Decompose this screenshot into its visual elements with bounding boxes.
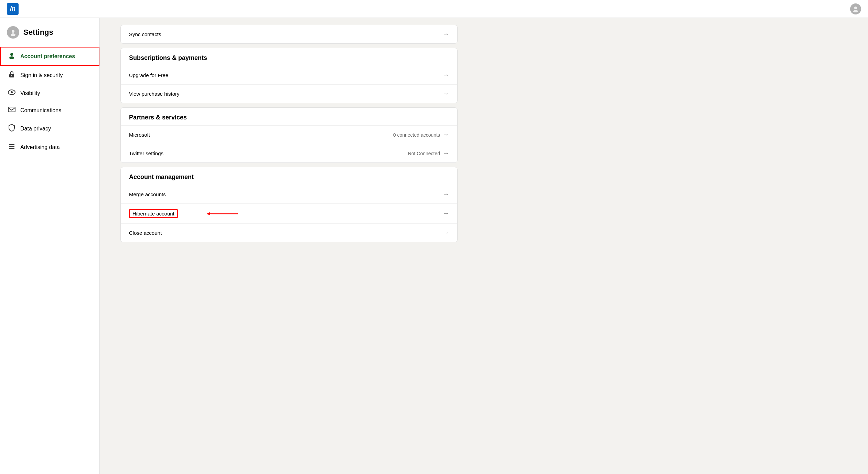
svg-rect-13: [9, 148, 14, 149]
partners-services-header: Partners & services: [121, 108, 457, 126]
sidebar-item-label: Advertising data: [20, 144, 60, 150]
merge-accounts-item[interactable]: Merge accounts →: [121, 185, 457, 204]
sidebar-item-advertising-data[interactable]: Advertising data: [0, 138, 99, 156]
microsoft-item[interactable]: Microsoft 0 connected accounts →: [121, 126, 457, 144]
microsoft-right: 0 connected accounts →: [393, 131, 449, 138]
svg-point-4: [10, 53, 13, 56]
hibernate-account-label: Hibernate account: [129, 209, 178, 218]
hibernate-box: Hibernate account: [129, 209, 178, 218]
twitter-settings-item[interactable]: Twitter settings Not Connected →: [121, 144, 457, 162]
twitter-arrow: →: [443, 150, 449, 157]
settings-header: Settings: [0, 26, 99, 47]
settings-title: Settings: [23, 28, 53, 37]
svg-rect-10: [8, 107, 15, 112]
list-icon: [8, 143, 15, 151]
microsoft-value: 0 connected accounts: [393, 132, 440, 138]
page-layout: Settings Account preferences: [0, 0, 868, 474]
lock-icon: [8, 71, 15, 80]
subscriptions-payments-card: Subscriptions & payments Upgrade for Fre…: [120, 48, 458, 103]
close-account-label: Close account: [129, 230, 162, 236]
upgrade-free-arrow: →: [443, 72, 449, 79]
account-management-header: Account management: [121, 167, 457, 185]
topnav: in: [0, 0, 868, 18]
sidebar-item-visibility[interactable]: Visibility: [0, 85, 99, 102]
sidebar-item-label: Sign in & security: [20, 72, 63, 78]
sidebar-item-label: Data privacy: [20, 126, 51, 132]
sidebar-item-label: Communications: [20, 107, 61, 114]
upgrade-free-label: Upgrade for Free: [129, 72, 168, 78]
svg-point-7: [11, 75, 12, 76]
linkedin-logo[interactable]: in: [7, 3, 19, 15]
sync-contacts-arrow: →: [443, 31, 449, 38]
hibernate-annotation-arrow: [200, 209, 241, 219]
sync-contacts-label: Sync contacts: [129, 31, 161, 37]
svg-point-0: [854, 7, 857, 9]
merge-accounts-arrow: →: [443, 191, 449, 198]
sidebar: Settings Account preferences: [0, 18, 100, 474]
eye-icon: [8, 89, 15, 97]
user-avatar[interactable]: [850, 3, 861, 14]
view-purchase-history-label: View purchase history: [129, 91, 179, 97]
partners-services-card: Partners & services Microsoft 0 connecte…: [120, 107, 458, 163]
main-content: Sync contacts → Subscriptions & payments…: [100, 18, 478, 474]
svg-rect-11: [9, 144, 14, 145]
svg-point-5: [9, 56, 14, 59]
sidebar-item-sign-in-security[interactable]: Sign in & security: [0, 66, 99, 85]
sidebar-item-label: Account preferences: [20, 53, 75, 60]
sidebar-nav: Account preferences Sign in & security: [0, 47, 99, 156]
shield-icon: [8, 124, 15, 133]
twitter-value: Not Connected: [408, 151, 440, 156]
svg-point-1: [853, 10, 858, 12]
close-account-arrow: →: [443, 229, 449, 236]
svg-point-2: [12, 30, 14, 33]
person-icon: [8, 52, 15, 61]
sidebar-item-account-preferences[interactable]: Account preferences: [0, 47, 99, 66]
hibernate-account-item[interactable]: Hibernate account →: [121, 204, 457, 224]
twitter-settings-label: Twitter settings: [129, 150, 163, 156]
microsoft-arrow: →: [443, 131, 449, 138]
merge-accounts-label: Merge accounts: [129, 191, 166, 197]
sync-contacts-item[interactable]: Sync contacts →: [121, 25, 457, 43]
hibernate-account-arrow: →: [443, 210, 449, 217]
close-account-item[interactable]: Close account →: [121, 224, 457, 242]
svg-point-9: [11, 91, 13, 93]
view-purchase-history-arrow: →: [443, 90, 449, 97]
sidebar-item-communications[interactable]: Communications: [0, 102, 99, 119]
settings-avatar: [7, 26, 19, 39]
subscriptions-payments-header: Subscriptions & payments: [121, 48, 457, 66]
sync-contacts-card: Sync contacts →: [120, 25, 458, 44]
svg-point-3: [11, 33, 15, 36]
mail-icon: [8, 106, 15, 114]
sidebar-item-label: Visibility: [20, 90, 40, 96]
twitter-right: Not Connected →: [408, 150, 449, 157]
microsoft-label: Microsoft: [129, 132, 150, 138]
upgrade-free-item[interactable]: Upgrade for Free →: [121, 66, 457, 85]
account-management-card: Account management Merge accounts → Hibe…: [120, 167, 458, 242]
svg-rect-12: [9, 146, 14, 147]
svg-marker-15: [207, 212, 210, 215]
view-purchase-history-item[interactable]: View purchase history →: [121, 85, 457, 103]
sidebar-item-data-privacy[interactable]: Data privacy: [0, 119, 99, 138]
